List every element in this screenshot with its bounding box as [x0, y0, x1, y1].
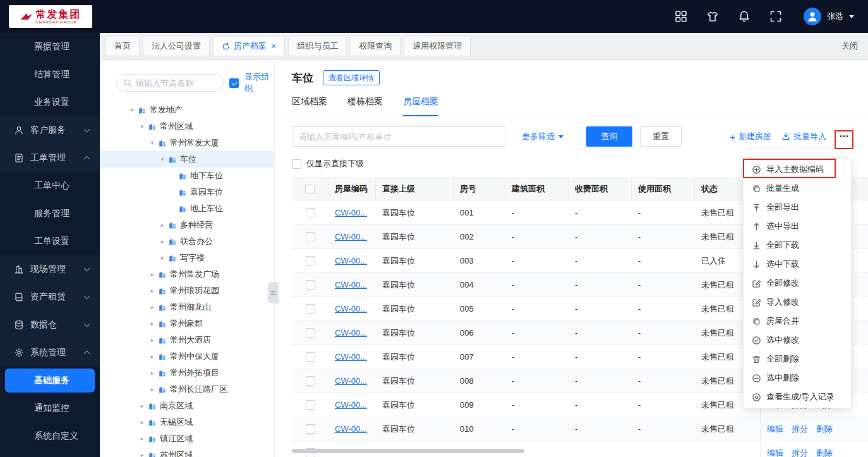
tree-caret-icon[interactable]: ▸ [138, 403, 147, 409]
sidebar-item-5[interactable]: 工单中心 [0, 172, 100, 200]
tree-node-20[interactable]: ▸镇江区域 [100, 430, 274, 447]
row-checkbox[interactable] [306, 424, 315, 434]
menu-item-7[interactable]: 导入修改 [744, 293, 851, 312]
sidebar-group-8[interactable]: 现场管理 [0, 255, 100, 283]
tree-node-18[interactable]: ▸南京区域 [100, 398, 274, 414]
row-checkbox[interactable] [306, 304, 315, 314]
tree-caret-icon[interactable]: ▸ [148, 386, 157, 393]
tree-node-10[interactable]: ▸常州常发广场 [100, 266, 274, 283]
house-code-link[interactable]: CW-00... [335, 304, 367, 314]
tree-node-12[interactable]: ▸常州御龙山 [100, 299, 274, 315]
tree-caret-icon[interactable]: ▸ [158, 238, 167, 245]
show-org-checkbox[interactable] [229, 78, 239, 88]
tree-caret-icon[interactable]: ▸ [138, 452, 147, 457]
sidebar-item-7[interactable]: 工单设置 [0, 228, 100, 255]
sidebar-item-13[interactable]: 通知监控 [0, 394, 100, 422]
user-menu[interactable]: 张浩 [804, 8, 854, 25]
tree-node-0[interactable]: ▾常发地产 [100, 102, 274, 118]
tab-1[interactable]: 法人公司设置 [143, 37, 210, 56]
tree-caret-icon[interactable]: ▸ [148, 353, 157, 360]
tab-2[interactable]: 房产档案× [213, 37, 285, 56]
sidebar-item-6[interactable]: 服务管理 [0, 200, 100, 228]
menu-item-10[interactable]: 全部删除 [744, 350, 851, 369]
house-code-link[interactable]: CW-00... [335, 376, 367, 386]
tree-collapse-handle[interactable] [268, 282, 279, 303]
house-code-link[interactable]: CW-00... [335, 328, 367, 338]
more-actions-button[interactable]: ⋯ [836, 129, 852, 144]
tab-4[interactable]: 权限查询 [350, 37, 401, 56]
menu-item-3[interactable]: 选中导出 [744, 217, 851, 236]
tree-node-1[interactable]: ▾常州区域 [100, 118, 274, 135]
close-tab-icon[interactable]: × [271, 41, 276, 51]
tree-caret-icon[interactable]: ▾ [128, 107, 136, 113]
sidebar-item-14[interactable]: 系统自定义 [0, 422, 100, 450]
row-action-2[interactable]: 删除 [816, 448, 833, 457]
tree-node-19[interactable]: ▸无锡区域 [100, 414, 274, 430]
tree-caret-icon[interactable]: ▾ [148, 140, 157, 146]
menu-item-4[interactable]: 全部下载 [744, 236, 851, 255]
menu-item-11[interactable]: 选中删除 [744, 369, 851, 387]
tree-caret-icon[interactable]: ▸ [148, 370, 157, 376]
tree-node-2[interactable]: ▾常州常发大厦 [100, 135, 274, 151]
house-code-link[interactable]: CW-00... [335, 400, 367, 410]
tree-caret-icon[interactable]: ▸ [148, 304, 157, 310]
house-code-link[interactable]: CW-00... [335, 208, 367, 217]
sidebar-item-1[interactable]: 结算管理 [0, 61, 100, 88]
row-checkbox[interactable] [306, 328, 315, 338]
close-all-link[interactable]: 关闭 [841, 40, 858, 52]
more-filter-dropdown[interactable]: 更多筛选 [522, 131, 564, 142]
user-name[interactable]: 张浩 [827, 11, 843, 22]
tree-node-11[interactable]: ▸常州琅玥花园 [100, 283, 274, 299]
tab-5[interactable]: 通用权限管理 [404, 37, 471, 56]
avatar[interactable] [804, 8, 821, 25]
house-code-link[interactable]: CW-00... [335, 256, 367, 265]
tree-node-5[interactable]: 嘉园车位 [100, 184, 274, 200]
tree-caret-icon[interactable]: ▸ [158, 255, 167, 261]
menu-item-8[interactable]: 房屋合并 [744, 312, 851, 331]
row-checkbox[interactable] [306, 376, 315, 386]
sidebar-group-10[interactable]: 数据仓 [0, 311, 100, 339]
row-action-2[interactable]: 删除 [816, 423, 833, 435]
query-button[interactable]: 查询 [586, 126, 632, 147]
tree-caret-icon[interactable]: ▸ [148, 271, 157, 277]
menu-item-5[interactable]: 选中下载 [744, 255, 851, 274]
tab-3[interactable]: 组织与员工 [288, 37, 347, 56]
tree-caret-icon[interactable]: ▾ [138, 123, 147, 130]
menu-item-6[interactable]: 全部修改 [744, 274, 851, 293]
main-tab-2[interactable]: 房屋档案 [403, 96, 438, 116]
only-direct-checkbox[interactable] [292, 159, 301, 169]
tree-node-16[interactable]: ▸常州外拓项目 [100, 365, 274, 381]
house-code-link[interactable]: CW-00... [335, 280, 367, 289]
view-region-detail-button[interactable]: 查看区域详情 [323, 70, 380, 85]
sidebar-group-3[interactable]: 客户服务 [0, 116, 100, 144]
tree-caret-icon[interactable]: ▸ [148, 320, 157, 327]
row-action-1[interactable]: 拆分 [792, 423, 808, 435]
tree-node-3[interactable]: ▾车位 [100, 151, 274, 168]
tree-node-15[interactable]: ▸常州中保大厦 [100, 348, 274, 365]
menu-item-2[interactable]: 全部导出 [744, 198, 851, 217]
menu-item-9[interactable]: 选中修改 [744, 331, 851, 350]
tree-node-8[interactable]: ▸联合办公 [100, 233, 274, 250]
tree-node-21[interactable]: ▸苏州区域 [100, 447, 274, 457]
sidebar-item-12[interactable]: 基础服务 [5, 369, 95, 393]
house-search-input[interactable] [292, 126, 505, 147]
new-house-button[interactable]: + 新建房屋 [730, 131, 771, 142]
menu-item-1[interactable]: 批量生成 [744, 179, 851, 198]
main-tab-1[interactable]: 楼栋档案 [347, 96, 383, 116]
row-action-1[interactable]: 拆分 [792, 448, 808, 457]
notification-bell-icon[interactable] [738, 10, 750, 23]
house-code-link[interactable]: CW-00... [335, 352, 367, 362]
house-code-link[interactable]: CW-00... [335, 424, 367, 434]
tree-caret-icon[interactable]: ▸ [138, 419, 147, 425]
row-action-0[interactable]: 编辑 [767, 448, 783, 457]
sidebar-group-9[interactable]: 资产租赁 [0, 283, 100, 311]
tab-0[interactable]: 首页 [105, 37, 140, 56]
row-checkbox[interactable] [306, 208, 315, 217]
row-checkbox[interactable] [306, 280, 315, 289]
sidebar-item-2[interactable]: 业务设置 [0, 88, 100, 116]
tree-node-7[interactable]: ▸多种经营 [100, 217, 274, 233]
sidebar-group-11[interactable]: 系统管理 [0, 339, 100, 367]
row-checkbox[interactable] [306, 352, 315, 362]
fullscreen-icon[interactable] [769, 10, 782, 23]
horizontal-scrollbar[interactable] [292, 449, 524, 453]
